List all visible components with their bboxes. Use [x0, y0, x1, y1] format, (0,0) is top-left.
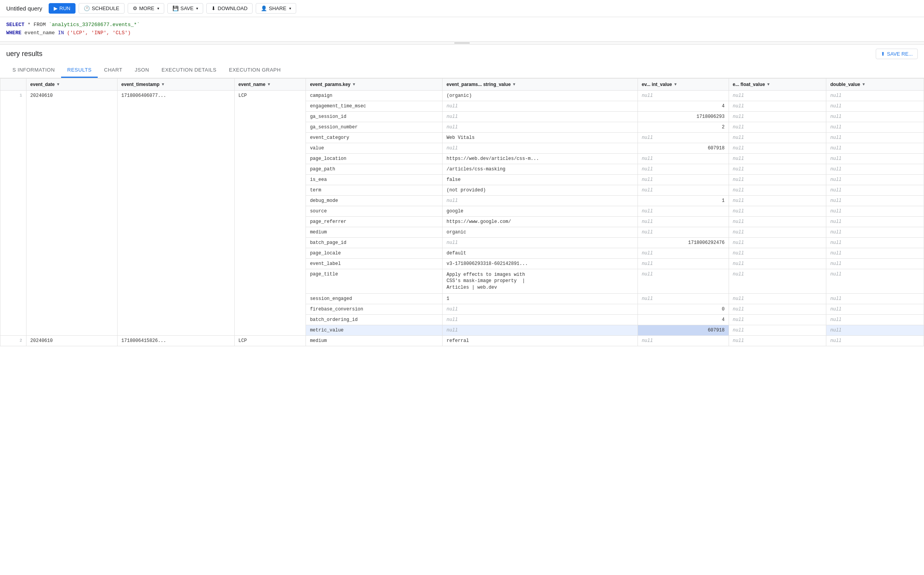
- save-icon: 💾: [172, 5, 179, 11]
- cell-params-key: debug_mode: [306, 195, 443, 206]
- cell-string-value: null: [443, 314, 638, 325]
- cell-float-value: null: [729, 132, 826, 143]
- cell-params-key: event_category: [306, 132, 443, 143]
- cell-float-value: null: [729, 216, 826, 227]
- cell-string-value: null: [443, 143, 638, 153]
- cell-int-value: 2: [638, 122, 729, 132]
- col-header-string-value[interactable]: event_params... string_value ▼: [443, 78, 638, 90]
- cell-double-value: null: [826, 90, 924, 101]
- play-icon: ▶: [54, 5, 58, 11]
- clock-icon: 🕐: [84, 5, 90, 11]
- cell-float-value: null: [729, 293, 826, 304]
- cell-params-key: batch_page_id: [306, 237, 443, 248]
- col-header-event-name[interactable]: event_name ▼: [234, 78, 306, 90]
- cell-params-key: value: [306, 143, 443, 153]
- table-row: 2202406101718006415826...LCPmediumreferr…: [0, 335, 924, 346]
- cell-event-name: LCP: [234, 90, 306, 335]
- tab-results[interactable]: RESULTS: [61, 63, 98, 78]
- cell-double-value: null: [826, 248, 924, 258]
- tab-json[interactable]: JSON: [128, 63, 155, 78]
- download-button[interactable]: ⬇ DOWNLOAD: [206, 3, 253, 14]
- cell-params-key: ga_session_id: [306, 111, 443, 122]
- chevron-down-icon: ▾: [289, 6, 291, 11]
- col-resize-handle[interactable]: [441, 79, 442, 90]
- run-button[interactable]: ▶ RUN: [49, 3, 76, 14]
- cell-float-value: null: [729, 258, 826, 269]
- tab-schema[interactable]: S INFORMATION: [6, 63, 61, 78]
- row-number: 2: [0, 335, 26, 346]
- cell-double-value: null: [826, 143, 924, 153]
- col-resize-handle[interactable]: [116, 79, 117, 90]
- drag-handle[interactable]: [0, 42, 924, 45]
- cell-double-value: null: [826, 153, 924, 164]
- cell-int-value: 607918: [638, 325, 729, 335]
- cell-string-value: referral: [443, 335, 638, 346]
- tab-execution-graph[interactable]: EXECUTION GRAPH: [223, 63, 287, 78]
- cell-string-value: null: [443, 101, 638, 111]
- cell-string-value: null: [443, 195, 638, 206]
- col-header-int-value[interactable]: ev... int_value ▼: [638, 78, 729, 90]
- cell-string-value: default: [443, 248, 638, 258]
- cell-double-value: null: [826, 195, 924, 206]
- share-button[interactable]: 👤 SHARE ▾: [256, 3, 296, 14]
- cell-double-value: null: [826, 185, 924, 195]
- cell-float-value: null: [729, 195, 826, 206]
- cell-double-value: null: [826, 206, 924, 216]
- cell-string-value: null: [443, 111, 638, 122]
- tab-execution-details[interactable]: EXECUTION DETAILS: [155, 63, 223, 78]
- cell-int-value: null: [638, 164, 729, 174]
- col-header-rownum: [0, 78, 26, 90]
- tab-chart[interactable]: CHART: [98, 63, 128, 78]
- schedule-button[interactable]: 🕐 SCHEDULE: [79, 3, 125, 14]
- cell-float-value: null: [729, 143, 826, 153]
- sql-operator-in: IN: [58, 30, 64, 36]
- cell-int-value: null: [638, 153, 729, 164]
- col-resize-handle[interactable]: [824, 79, 826, 90]
- cell-params-key: page_locale: [306, 248, 443, 258]
- cell-float-value: null: [729, 269, 826, 293]
- save-results-icon: ⬆: [881, 51, 885, 57]
- cell-params-key: engagement_time_msec: [306, 101, 443, 111]
- chevron-down-icon: ▾: [196, 6, 198, 11]
- cell-string-value: (not provided): [443, 185, 638, 195]
- cell-string-value: false: [443, 174, 638, 185]
- cell-int-value: null: [638, 227, 729, 237]
- col-resize-handle[interactable]: [636, 79, 638, 90]
- cell-int-value: 607918: [638, 143, 729, 153]
- sql-line-2: WHERE event_name IN ('LCP', 'INP', 'CLS'…: [6, 29, 918, 37]
- cell-float-value: null: [729, 304, 826, 314]
- cell-float-value: null: [729, 90, 826, 101]
- sort-icon: ▼: [766, 82, 770, 86]
- sort-icon: ▼: [512, 82, 516, 86]
- cell-int-value: 1: [638, 195, 729, 206]
- col-header-float-value[interactable]: e... float_value ▼: [729, 78, 826, 90]
- col-resize-handle[interactable]: [727, 79, 729, 90]
- col-header-event-date[interactable]: event_date ▼: [26, 78, 117, 90]
- cell-string-value: https://web.dev/articles/css-m...: [443, 153, 638, 164]
- save-results-button[interactable]: ⬆ SAVE RE...: [876, 49, 918, 59]
- save-button[interactable]: 💾 SAVE ▾: [167, 3, 204, 14]
- col-resize-handle[interactable]: [233, 79, 234, 90]
- results-title: uery results: [6, 50, 42, 58]
- cell-params-key: page_referrer: [306, 216, 443, 227]
- cell-double-value: null: [826, 304, 924, 314]
- results-table-container[interactable]: event_date ▼ event_timestamp ▼ event_nam…: [0, 78, 924, 574]
- cell-double-value: null: [826, 269, 924, 293]
- cell-event-date: 20240610: [26, 90, 117, 335]
- row-number: 1: [0, 90, 26, 335]
- col-header-event-timestamp[interactable]: event_timestamp ▼: [117, 78, 234, 90]
- download-icon: ⬇: [211, 5, 216, 11]
- chevron-down-icon: ▾: [157, 6, 159, 11]
- sql-editor[interactable]: SELECT * FROM `analytics_337268677.event…: [0, 17, 924, 42]
- col-header-double-value[interactable]: double_value ▼: [826, 78, 924, 90]
- cell-float-value: null: [729, 227, 826, 237]
- cell-params-key: firebase_conversion: [306, 304, 443, 314]
- col-header-params-key[interactable]: event_params.key ▼: [306, 78, 443, 90]
- col-resize-handle[interactable]: [304, 79, 306, 90]
- share-icon: 👤: [261, 5, 267, 11]
- cell-float-value: null: [729, 237, 826, 248]
- col-resize-handle[interactable]: [922, 79, 924, 90]
- table-body: 1202406101718006406077...LCPcampaign(org…: [0, 90, 924, 346]
- cell-double-value: null: [826, 227, 924, 237]
- more-button[interactable]: ⚙ MORE ▾: [128, 3, 164, 14]
